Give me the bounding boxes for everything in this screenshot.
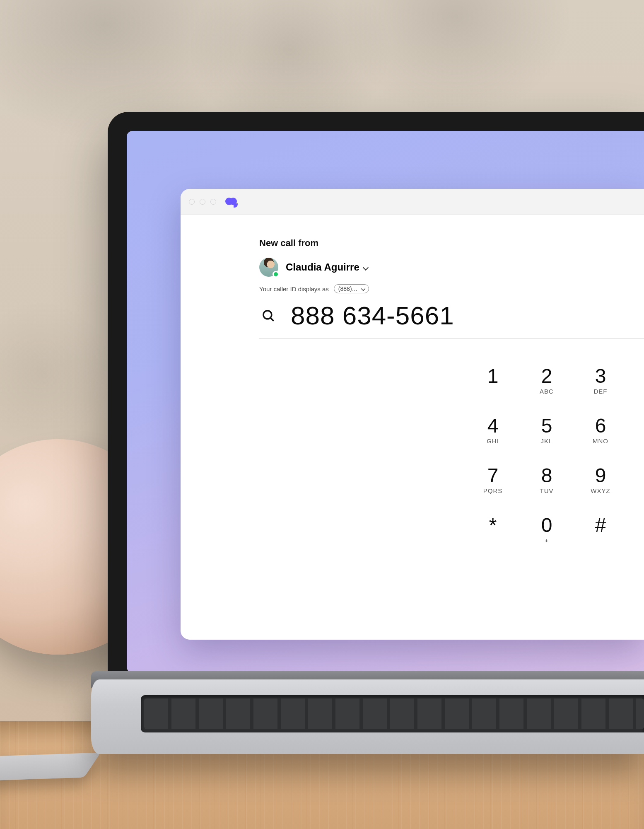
caller-id-select[interactable]: (888)… — [334, 284, 369, 293]
key-5[interactable]: 5JKL — [520, 405, 574, 455]
search-button[interactable] — [259, 307, 277, 325]
keypad: 1 2ABC 3DEF 4GHI 5JKL 6MNO 7PQRS 8TUV 9W… — [466, 355, 627, 554]
key-3[interactable]: 3DEF — [574, 355, 627, 405]
titlebar — [181, 189, 644, 215]
chevron-down-icon — [361, 287, 365, 291]
dial-number-display[interactable]: 888 634-5661 — [291, 301, 454, 330]
key-7[interactable]: 7PQRS — [466, 455, 520, 505]
window-controls[interactable] — [189, 199, 216, 205]
key-2[interactable]: 2ABC — [520, 355, 574, 405]
new-call-label: New call from — [259, 238, 644, 249]
caller-id-selected: (888)… — [338, 285, 358, 292]
caller-identity[interactable]: Claudia Aguirre — [259, 258, 644, 277]
svg-line-1 — [271, 318, 274, 321]
window-close-icon[interactable] — [189, 199, 195, 205]
laptop-lid: New call from Claudia Aguirre Your calle… — [108, 112, 644, 692]
key-hash[interactable]: # — [574, 505, 627, 554]
search-icon — [261, 309, 275, 323]
caller-id-row: Your caller ID displays as (888)… — [259, 284, 644, 293]
app-window: New call from Claudia Aguirre Your calle… — [181, 189, 644, 640]
laptop: New call from Claudia Aguirre Your calle… — [108, 112, 644, 771]
key-0[interactable]: 0+ — [520, 505, 574, 554]
key-9[interactable]: 9WXYZ — [574, 455, 627, 505]
key-1[interactable]: 1 — [466, 355, 520, 405]
identity-name-text: Claudia Aguirre — [286, 261, 359, 273]
brand-logo-icon — [225, 197, 240, 207]
chevron-down-icon — [363, 265, 369, 271]
dial-input-row: 888 634-5661 — [259, 301, 644, 339]
laptop-base — [91, 679, 644, 754]
key-4[interactable]: 4GHI — [466, 405, 520, 455]
caller-id-label: Your caller ID displays as — [259, 285, 329, 292]
key-6[interactable]: 6MNO — [574, 405, 627, 455]
key-8[interactable]: 8TUV — [520, 455, 574, 505]
window-minimize-icon[interactable] — [200, 199, 205, 205]
svg-point-0 — [263, 310, 272, 319]
identity-dropdown[interactable]: Claudia Aguirre — [286, 261, 369, 273]
laptop-keyboard — [141, 695, 644, 732]
dialer-panel: New call from Claudia Aguirre Your calle… — [181, 215, 644, 640]
presence-dot-icon — [273, 271, 279, 278]
avatar — [259, 258, 278, 277]
key-star[interactable]: * — [466, 505, 520, 554]
window-zoom-icon[interactable] — [210, 199, 216, 205]
laptop-screen: New call from Claudia Aguirre Your calle… — [127, 131, 644, 673]
